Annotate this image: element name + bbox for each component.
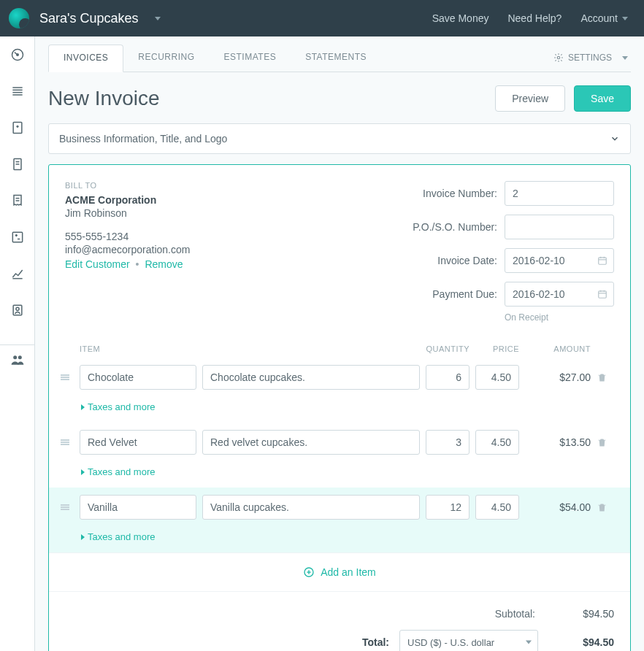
settings-label: SETTINGS <box>568 53 612 63</box>
drag-handle-icon[interactable] <box>56 374 74 380</box>
nav-need-help[interactable]: Need Help? <box>507 12 561 24</box>
preview-button[interactable]: Preview <box>495 85 565 112</box>
po-number-input[interactable] <box>505 215 614 239</box>
item-amount: $27.00 <box>525 371 591 383</box>
tab-recurring[interactable]: RECURRING <box>123 45 209 71</box>
taxes-and-more-link[interactable]: Taxes and more <box>81 531 614 542</box>
edit-customer-link[interactable]: Edit Customer <box>65 258 130 270</box>
currency-select[interactable]: USD ($) - U.S. dollar <box>399 630 538 651</box>
bill-to-phone: 555-555-1234 <box>65 231 190 242</box>
drag-handle-icon[interactable] <box>56 504 74 510</box>
bill-to-company: ACME Corporation <box>65 194 190 206</box>
item-qty-input[interactable] <box>426 495 469 520</box>
col-amount: AMOUNT <box>525 344 591 353</box>
item-amount: $13.50 <box>525 436 591 448</box>
plus-circle-icon <box>303 566 315 578</box>
delete-item-button[interactable] <box>597 437 614 448</box>
gear-icon <box>553 53 564 63</box>
svg-point-21 <box>13 355 17 359</box>
bill-to-block: BILL TO ACME Corporation Jim Robinson 55… <box>65 181 190 323</box>
payment-due-label: Payment Due: <box>413 288 497 300</box>
delete-item-button[interactable] <box>597 372 614 383</box>
total-value: $94.50 <box>548 636 614 648</box>
col-price: PRICE <box>475 344 519 353</box>
item-desc-input[interactable] <box>202 365 420 390</box>
payment-due-input[interactable] <box>505 282 614 307</box>
tab-invoices[interactable]: INVOICES <box>48 45 123 72</box>
receipt-icon[interactable] <box>9 193 26 209</box>
invoice-number-input[interactable] <box>505 181 614 206</box>
list-icon[interactable] <box>9 83 26 99</box>
add-item-label: Add an Item <box>321 566 376 578</box>
item-desc-input[interactable] <box>202 430 420 455</box>
nav-account-label: Account <box>580 12 618 24</box>
business-info-collapse[interactable]: Business Information, Title, and Logo <box>48 123 631 154</box>
top-bar: Sara's Cupcakes Save Money Need Help? Ac… <box>0 0 644 36</box>
trash-icon <box>597 437 607 448</box>
company-dropdown-icon[interactable] <box>155 17 161 20</box>
team-icon[interactable] <box>0 344 34 361</box>
app-logo <box>9 8 29 28</box>
delete-item-button[interactable] <box>597 502 614 513</box>
invoice-number-label: Invoice Number: <box>413 188 497 199</box>
subtotal-label: Subtotal: <box>495 608 535 620</box>
tab-settings[interactable]: SETTINGS <box>553 53 631 63</box>
tab-statements[interactable]: STATEMENTS <box>291 45 381 71</box>
tab-estimates[interactable]: ESTIMATES <box>210 45 291 71</box>
reports-icon[interactable] <box>9 266 26 282</box>
svg-point-23 <box>557 56 560 59</box>
svg-point-22 <box>18 355 21 359</box>
trash-icon <box>597 502 607 513</box>
item-desc-input[interactable] <box>202 495 420 520</box>
trash-icon <box>597 372 607 383</box>
item-name-input[interactable] <box>80 430 196 455</box>
chevron-down-icon <box>610 134 620 144</box>
totals-block: Subtotal: $94.50 Total: USD ($) - U.S. d… <box>49 591 630 651</box>
items-header: ITEM QUANTITY PRICE AMOUNT <box>49 340 630 358</box>
add-item-button[interactable]: Add an Item <box>49 552 630 591</box>
svg-rect-14 <box>12 232 22 242</box>
difference-icon[interactable] <box>9 229 26 245</box>
on-receipt-note: On Receipt <box>505 312 614 323</box>
triangle-right-icon <box>81 534 85 540</box>
profile-icon[interactable] <box>9 302 26 318</box>
item-row: $54.00Taxes and more <box>49 488 630 552</box>
settings-dropdown-icon <box>622 56 628 60</box>
account-dropdown-icon <box>622 17 628 20</box>
item-price-input[interactable] <box>475 430 519 455</box>
collapse-label: Business Information, Title, and Logo <box>59 133 227 145</box>
invoice-date-input[interactable] <box>505 248 614 273</box>
po-number-label: P.O./S.O. Number: <box>413 221 497 233</box>
item-qty-input[interactable] <box>426 430 469 455</box>
subtotal-value: $94.50 <box>548 608 614 620</box>
svg-point-20 <box>15 307 18 310</box>
company-name[interactable]: Sara's Cupcakes <box>39 11 139 26</box>
col-quantity: QUANTITY <box>426 344 469 353</box>
bill-to-contact: Jim Robinson <box>65 207 190 219</box>
item-name-input[interactable] <box>80 365 196 390</box>
drag-handle-icon[interactable] <box>56 439 74 445</box>
bill-to-label: BILL TO <box>65 181 190 190</box>
triangle-right-icon <box>81 469 85 475</box>
tab-bar: INVOICES RECURRING ESTIMATES STATEMENTS … <box>48 44 631 72</box>
item-price-input[interactable] <box>475 495 519 520</box>
item-row: $13.50Taxes and more <box>49 423 630 488</box>
separator-dot: • <box>136 258 139 270</box>
bills-icon[interactable] <box>9 156 26 172</box>
total-label: Total: <box>362 636 389 648</box>
nav-account[interactable]: Account <box>580 12 628 24</box>
dashboard-icon[interactable] <box>9 47 26 63</box>
bill-to-email: info@acmecorporation.com <box>65 244 190 255</box>
nav-save-money[interactable]: Save Money <box>432 12 489 24</box>
item-row: $27.00Taxes and more <box>49 358 630 423</box>
save-button[interactable]: Save <box>574 85 631 112</box>
remove-customer-link[interactable]: Remove <box>145 258 183 270</box>
item-qty-input[interactable] <box>426 365 469 390</box>
item-price-input[interactable] <box>475 365 519 390</box>
taxes-and-more-link[interactable]: Taxes and more <box>81 401 614 412</box>
triangle-right-icon <box>81 404 85 410</box>
taxes-and-more-link[interactable]: Taxes and more <box>81 466 614 477</box>
item-name-input[interactable] <box>80 495 196 520</box>
new-invoice-icon[interactable] <box>9 120 26 136</box>
item-amount: $54.00 <box>525 501 591 513</box>
